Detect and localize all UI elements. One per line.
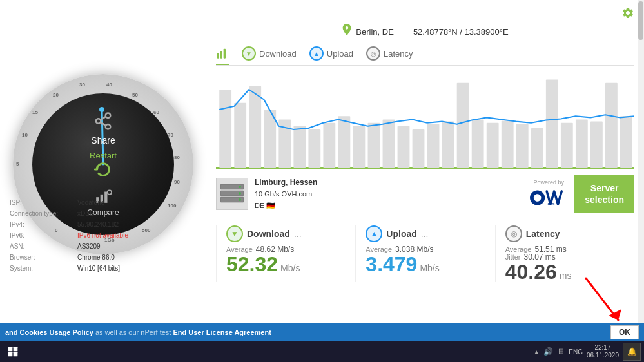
upload-tab-label: Upload	[327, 49, 353, 59]
svg-rect-24	[338, 116, 350, 168]
upload-stat-header: ▲ Upload ...	[366, 225, 428, 242]
svg-rect-54	[14, 347, 18, 352]
city-text: Berlin, DE	[356, 27, 394, 37]
network-icon[interactable]: 🖥	[557, 347, 565, 356]
svg-rect-16	[219, 90, 231, 168]
bars-icon	[216, 48, 229, 62]
latency-stat-icon: ◎	[505, 225, 522, 242]
svg-point-3	[106, 124, 111, 129]
ipv6-value: IPv6 not available	[77, 230, 128, 241]
svg-rect-36	[516, 124, 529, 168]
cookie-link[interactable]: and Cookies Usage Policy	[5, 329, 93, 336]
upload-tab-icon: ▲	[309, 46, 324, 61]
tab-upload[interactable]: ▲ Upload	[309, 45, 353, 62]
tab-bars[interactable]	[216, 46, 229, 65]
svg-rect-22	[308, 129, 320, 168]
download-big-value: 52.32	[226, 254, 278, 274]
settings-icon[interactable]	[621, 6, 634, 23]
stats-area: ▼ Download ... Average 48.62 Mb/s 52.32 …	[216, 220, 634, 282]
download-stat-header: ▼ Download ...	[226, 225, 302, 242]
latency-tab-icon: ◎	[366, 46, 380, 61]
gauge-label-40: 40	[106, 82, 112, 88]
svg-line-5	[101, 122, 106, 126]
share-button[interactable]: Share	[91, 111, 115, 146]
tab-latency[interactable]: ◎ Latency	[366, 45, 413, 62]
server-city: Limburg, Hessen	[255, 176, 523, 189]
browser-value: Chrome 86.0	[77, 252, 115, 263]
download-stat-title: Download	[247, 229, 290, 239]
isp-value: Vodafone	[77, 197, 104, 208]
svg-rect-39	[561, 123, 573, 168]
browser-label: Browser:	[10, 252, 74, 263]
location-bar: Berlin, DE 52.48778°N / 13.38900°E	[216, 24, 634, 40]
tab-download[interactable]: ▼ Download	[242, 45, 297, 62]
svg-rect-53	[8, 347, 13, 352]
svg-point-1	[106, 113, 111, 119]
svg-point-48	[239, 192, 241, 195]
svg-rect-35	[502, 121, 514, 168]
svg-rect-29	[413, 129, 425, 168]
server-selection-label: Serverselection	[585, 183, 624, 205]
clock-time: 22:17	[594, 344, 610, 352]
lang-label: ENG	[569, 348, 583, 356]
download-dots: ...	[294, 229, 302, 239]
notification-bell[interactable]: 🔔	[623, 343, 641, 361]
svg-rect-21	[293, 126, 306, 168]
location-pin-icon	[342, 24, 352, 40]
chart-svg	[216, 70, 634, 169]
conn-value: xDSL	[77, 208, 93, 219]
svg-text:.com: .com	[547, 202, 555, 205]
latency-stat-header: ◎ Latency	[505, 225, 560, 242]
svg-rect-55	[8, 352, 13, 357]
download-tab-label: Download	[259, 49, 297, 59]
coords-text: 52.48778°N / 13.38900°E	[413, 27, 509, 37]
start-button[interactable]	[0, 341, 26, 362]
download-tab-icon: ▼	[242, 46, 256, 61]
svg-rect-37	[531, 128, 543, 168]
powered-by-text: Powered by	[534, 179, 565, 186]
download-stat-icon: ▼	[226, 225, 243, 242]
latency-tab-label: Latency	[384, 49, 413, 59]
svg-point-47	[239, 186, 241, 188]
clock[interactable]: 22:17 06.11.2020	[587, 344, 619, 359]
svg-point-49	[239, 198, 241, 201]
download-unit: Mb/s	[280, 263, 300, 273]
speaker-icon[interactable]: 🔊	[543, 347, 553, 356]
svg-point-10	[346, 26, 349, 30]
svg-rect-12	[220, 51, 222, 59]
svg-line-4	[101, 117, 106, 120]
eula-link[interactable]: End User License Agreement	[173, 329, 271, 336]
tray-expand-icon[interactable]: ▲	[533, 348, 540, 356]
restart-button[interactable]: Restart	[90, 151, 117, 182]
gauge-label-80: 80	[174, 155, 180, 160]
server-country: DE 🇩🇪	[255, 200, 523, 212]
gauge-label-10: 10	[22, 132, 28, 138]
svg-rect-25	[353, 126, 365, 168]
gauge-label-5: 5	[16, 161, 19, 167]
svg-rect-28	[398, 126, 410, 168]
svg-point-2	[96, 119, 101, 124]
asn-value: AS3209	[77, 241, 101, 252]
upload-stat-icon: ▲	[366, 225, 382, 242]
windows-taskbar: ▲ 🔊 🖥 ENG 22:17 06.11.2020 🔔	[0, 341, 644, 362]
right-scrollbar[interactable]	[638, 0, 644, 329]
share-label: Share	[91, 135, 115, 146]
svg-rect-41	[590, 122, 603, 168]
server-details: Limburg, Hessen 10 Gb/s OVH.com DE 🇩🇪	[255, 176, 523, 211]
upload-unit: Mb/s	[420, 263, 439, 273]
speedometer-area: 5 10 15 20 30 40 50 60 70 80 90 100 500 …	[0, 0, 206, 329]
ovh-logo: .com	[529, 187, 568, 209]
ipv4-value: 55.90.240.182	[77, 219, 119, 230]
system-value: Win10 [64 bits]	[77, 263, 120, 274]
download-stat-col: ▼ Download ... Average 48.62 Mb/s 52.32 …	[216, 225, 355, 282]
isp-info: ISP: Vodafone Connection type: xDSL IPv4…	[0, 194, 200, 277]
svg-rect-33	[472, 120, 484, 168]
ok-button[interactable]: OK	[610, 325, 639, 339]
server-selection-button[interactable]: Serverselection	[574, 175, 634, 213]
upload-stat-title: Upload	[386, 229, 416, 239]
ipv4-label: IPv4:	[10, 219, 74, 230]
svg-rect-42	[605, 83, 618, 168]
svg-rect-56	[14, 352, 18, 357]
svg-rect-32	[457, 83, 469, 168]
scrollbar-thumb	[638, 1, 643, 40]
